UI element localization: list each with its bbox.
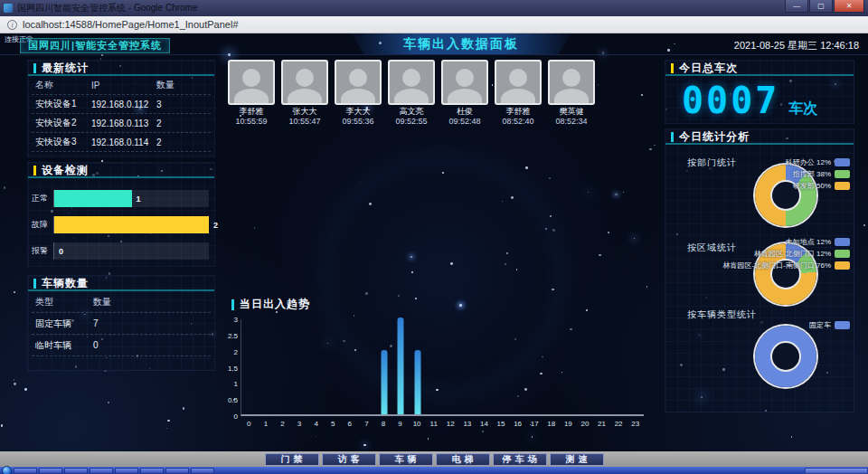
region-chart-legend: 未知地点 12%林肯园区-北侧门口 12%林肯园区-北侧门口-南侧门口 76% <box>722 238 850 270</box>
entry-card[interactable]: 李大大 09:55:36 <box>335 60 382 128</box>
title-accent-bar <box>33 166 36 175</box>
star-dot <box>506 252 508 254</box>
star-dot <box>549 177 551 179</box>
star-dot <box>14 379 14 380</box>
site-info-icon[interactable]: i <box>7 20 17 30</box>
star-dot <box>634 238 635 239</box>
vtype-chart-legend: 固定车 <box>809 321 850 329</box>
taskbar-item[interactable] <box>90 468 113 474</box>
entry-card[interactable]: 李舒雅 08:52:40 <box>495 60 542 128</box>
legend-row: 林肯园区-北侧门口-南侧门口 76% <box>722 261 850 270</box>
star-dot <box>108 402 109 403</box>
start-button[interactable] <box>2 466 12 474</box>
star-dot <box>550 215 552 217</box>
entry-card[interactable]: 李舒雅 10:55:59 <box>228 60 275 128</box>
star-dot <box>24 388 27 391</box>
today-total-value-row: 0007 车次 <box>665 76 854 119</box>
window-favicon-icon <box>4 4 13 13</box>
footer-button-speed[interactable]: 测速 <box>550 453 604 466</box>
star-dot <box>450 262 453 265</box>
entry-card[interactable]: 高文亮 09:52:55 <box>388 60 435 128</box>
taskbar-item[interactable] <box>140 468 164 474</box>
star-dot <box>641 94 643 96</box>
star-dot <box>586 309 588 311</box>
trend-chart-title: 当日出入趋势 <box>231 297 310 312</box>
trend-ytick-label: 1.5 <box>228 364 238 372</box>
dashboard-page: 连接正常 国网四川|智能安全管控系统 车辆出入数据面板 2021-08-25 星… <box>0 33 868 451</box>
legend-label: 林肯园区-北侧门口 12% <box>754 249 831 259</box>
star-dot <box>1 424 4 427</box>
today-total-unit: 车次 <box>788 100 817 118</box>
minimize-button[interactable]: — <box>785 0 808 13</box>
trend-xtick-label: 23 <box>631 420 639 428</box>
entry-card[interactable]: 张大大 10:55:47 <box>281 60 328 128</box>
star-dot <box>588 192 589 193</box>
star-dot <box>14 291 15 293</box>
legend-row: 未知地点 12% <box>722 238 850 246</box>
star-dot <box>411 271 413 273</box>
entry-card[interactable]: 杜俊 09:52:48 <box>441 60 488 128</box>
star-dot <box>599 254 601 257</box>
legend-swatch <box>835 321 850 329</box>
footer-button-access[interactable]: 门禁 <box>265 453 319 466</box>
trend-xtick-label: 0 <box>247 420 250 428</box>
entry-card[interactable]: 樊英健 08:52:34 <box>548 60 595 128</box>
address-bar[interactable]: i localhost:14588/HomePage/Home1_InoutPa… <box>0 16 868 33</box>
star-dot <box>410 256 412 258</box>
page-header: 连接正常 国网四川|智能安全管控系统 车辆出入数据面板 2021-08-25 星… <box>0 33 868 55</box>
footer-button-elevator[interactable]: 电梯 <box>436 453 490 466</box>
taskbar-item[interactable] <box>39 468 62 474</box>
taskbar-item[interactable] <box>64 468 88 474</box>
trend-chart-plot: 00.511.522.53 <box>241 319 644 416</box>
table-row: 临时车辆 0 <box>32 335 211 356</box>
trend-xtick-label: 18 <box>547 420 555 428</box>
star-dot <box>516 269 517 270</box>
close-button[interactable]: ✕ <box>834 0 864 13</box>
star-dot <box>415 298 417 299</box>
footer-button-strip: 门禁 访客 车辆 电梯 停车场 测速 <box>0 451 868 467</box>
entry-photo-strip: 李舒雅 10:55:59 张大大 10:55:47 李大大 09:55:36 高… <box>228 60 600 128</box>
vehicle-count-panel: 车辆数量 类型 数量 固定车辆 7 临时车辆 0 <box>27 275 215 371</box>
trend-bar <box>381 350 387 414</box>
star-dot <box>649 148 651 150</box>
star-dot <box>623 192 624 193</box>
maximize-button[interactable]: ▢ <box>809 0 833 13</box>
device-check-panel: 设备检测 正常1故障2报警0 <box>27 162 215 267</box>
table-header-row: 类型 数量 <box>32 291 211 313</box>
page-title: 车辆出入数据面板 <box>403 36 519 52</box>
device-check-title: 设备检测 <box>28 163 214 178</box>
url-text[interactable]: localhost:14588/HomePage/Home1_InoutPane… <box>23 19 239 30</box>
table-header-row: 名称 IP 数量 <box>32 76 211 95</box>
footer-button-visitor[interactable]: 访客 <box>322 453 376 466</box>
table-row: 安快设备3 192.168.0.114 2 <box>32 133 211 152</box>
trend-bar <box>414 350 420 414</box>
device-bar-row: 正常1 <box>32 185 209 212</box>
window-title: 国网四川智能安全管控系统 - Google Chrome <box>17 2 785 14</box>
footer-button-vehicle[interactable]: 车辆 <box>379 453 433 466</box>
vtype-donut-chart <box>755 326 816 387</box>
taskbar-item[interactable] <box>165 468 189 474</box>
system-name-box: 国网四川|智能安全管控系统 <box>20 38 170 53</box>
taskbar-item[interactable] <box>115 468 138 474</box>
legend-swatch <box>835 250 850 258</box>
device-bar-value: 2 <box>213 221 218 230</box>
taskbar-tray[interactable] <box>805 468 868 474</box>
star-dot <box>482 431 484 432</box>
trend-xtick-label: 7 <box>364 420 368 428</box>
trend-xtick-label: 2 <box>280 420 284 428</box>
trend-xtick-label: 9 <box>398 420 401 428</box>
title-accent-bar <box>33 279 36 289</box>
footer-button-parking[interactable]: 停车场 <box>493 453 547 466</box>
avatar <box>335 60 382 105</box>
latest-stats-panel: 最新统计 名称 IP 数量 安快设备1 192.168.0.112 3 安快设备… <box>27 60 215 157</box>
legend-label: 研发部 50% <box>793 181 831 191</box>
star-dot <box>552 289 553 290</box>
device-bar-fill <box>54 190 132 207</box>
trend-chart-xaxis: 01234567891011121314151617181920212223 <box>241 420 644 429</box>
taskbar-item[interactable] <box>191 468 214 474</box>
avatar <box>495 60 542 105</box>
taskbar-item[interactable] <box>14 468 37 474</box>
title-accent-bar <box>671 63 674 73</box>
legend-row: 林肯园区-北侧门口 12% <box>722 250 850 258</box>
analysis-panel: 今日统计分析 按部门统计 科研办公 12%指挥部 38%研发部 50% 按区域统… <box>665 128 854 412</box>
